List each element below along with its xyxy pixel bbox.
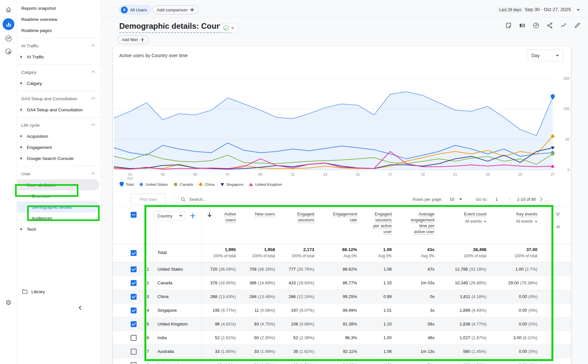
sidebar-divider [17,64,101,65]
report-nav-sidebar: Reports snapshotRealtime overviewRealtim… [17,0,101,364]
sidebar-item-acquisition[interactable]: Acquisition [17,131,101,142]
collapsed-arrow-icon[interactable] [21,146,22,149]
edit-icon[interactable] [573,22,581,29]
sidebar-item-reports-snapshot[interactable]: Reports snapshot [17,3,101,14]
total-label: Total [157,250,167,255]
collapsed-arrow-icon[interactable] [21,228,22,230]
rows-per-page-value[interactable]: 10 [449,197,454,202]
gear-icon[interactable]: ⚙ [0,296,17,309]
chevron-down-icon [231,27,234,29]
search-input[interactable]: Search... [180,197,278,202]
sidebar-item-realtime-pages[interactable]: Realtime pages [17,25,101,36]
metric-filter[interactable]: All events [482,219,537,224]
total-row-checkbox[interactable] [131,250,137,256]
granularity-select[interactable]: Day [527,50,563,61]
legend-item-china[interactable]: China [198,182,215,187]
date-caret-icon[interactable] [577,9,580,11]
report-status-badge[interactable] [219,24,238,33]
insights-icon[interactable] [532,22,540,29]
legend-item-united-kingdom[interactable]: United Kingdom [249,182,282,187]
row-rank: 4 [147,304,149,317]
svg-text:19: 19 [421,172,425,176]
collapsed-arrow-icon[interactable] [21,82,22,85]
collapsed-arrow-icon[interactable] [21,157,22,160]
row-checkbox[interactable] [131,349,137,355]
sidebar-item-engagement[interactable]: Engagement [17,142,101,153]
sidebar-item-ai-traffic[interactable]: AI Traffic [17,51,101,62]
svg-text:Oct: Oct [127,177,133,180]
row-checkbox[interactable] [131,308,137,313]
collapsed-arrow-icon[interactable] [21,55,22,58]
legend-item-united-states[interactable]: United States [139,182,168,187]
row-checkbox[interactable] [131,335,137,341]
sidebar-section-life-cycle[interactable]: Life cycle [17,119,101,131]
home-icon[interactable] [0,3,17,16]
select-all-checkbox[interactable] [131,212,137,218]
sidebar-section-ga4-setup-and-consultation[interactable]: GA4 Setup and Consultation [17,93,101,104]
legend-item-singapore[interactable]: Singapore [220,182,243,187]
legend-triangle-up-marker [249,182,253,187]
explore-icon[interactable] [0,32,17,45]
sidebar-item-user-attributes[interactable]: User attributes [17,179,99,190]
sidebar-item-google-search-console[interactable]: Google Search Console [17,153,101,164]
svg-text:03: 03 [161,172,165,176]
sidebar-item-tech[interactable]: Tech [17,224,101,235]
table-toolbar: Plot rows Search... Rows per page: 10 Go… [113,192,571,206]
row-checkbox[interactable] [131,321,137,327]
share-icon[interactable] [546,22,554,29]
collapsed-arrow-icon[interactable] [21,108,22,111]
sidebar-item-demographic-details[interactable]: Demographic details [17,201,99,213]
all-users-segment-chip[interactable]: A All Users [119,5,151,14]
table-body: 1United States720(36.09%)708(36.16%)777(… [113,262,571,364]
sidebar-item-realtime-overview[interactable]: Realtime overview [17,14,101,25]
sidebar-item-ga4-setup-and-consultation[interactable]: GA4 Setup and Consultation [17,104,101,115]
plot-rows-button[interactable]: Plot rows [131,194,166,205]
sidebar-section-user[interactable]: User [17,168,101,179]
row-checkbox[interactable] [131,362,137,364]
column-header-key-events[interactable]: Key eventsAll events [482,211,537,224]
add-filter-button[interactable]: Add filter [118,35,149,44]
svg-text:21: 21 [453,172,457,176]
add-comparison-label: Add comparison [157,8,188,12]
chevron-up-icon [91,71,95,74]
collapsed-arrow-icon[interactable] [21,135,22,137]
svg-text:50: 50 [565,137,569,141]
row-checkbox[interactable] [131,280,137,286]
collapse-sidebar-icon[interactable] [77,304,84,311]
row-checkbox[interactable] [131,294,137,300]
sidebar-section-ai-traffic[interactable]: AI Traffic [17,40,101,51]
advertising-icon[interactable] [0,45,17,58]
sidebar-item-library[interactable]: Library [17,286,101,297]
add-comparison-button[interactable]: Add comparison [153,5,198,14]
granularity-value: Day [531,53,540,58]
column-header-average-engagement-time-per-active-user[interactable]: Averageengagementtime peractive user [379,211,434,235]
sidebar-section-calgary[interactable]: Calgary [17,67,101,78]
comparison-icon[interactable] [518,22,526,29]
check-circle-icon [223,25,229,31]
legend-item-total[interactable]: Total [119,182,134,187]
next-page-icon[interactable] [538,197,542,201]
app-rail: ⚙ [0,0,17,364]
note-icon[interactable] [505,22,513,29]
row-checkbox[interactable] [131,266,137,272]
sparkline-icon[interactable] [560,22,567,29]
page-title[interactable]: Demographic details: Country [119,22,231,33]
chevron-up-icon [91,124,95,127]
sidebar-item-audiences[interactable]: Audiences [17,213,101,224]
rows-per-page-caret-icon[interactable] [459,198,462,200]
legend-item-canada[interactable]: Canada [173,182,193,187]
column-header-event-count[interactable]: Event countAll events [431,211,486,224]
previous-page-icon[interactable] [509,197,513,201]
expanded-arrow-icon[interactable] [20,184,23,186]
reports-icon[interactable] [0,16,17,32]
date-range-picker[interactable]: Sep 30 - Oct 27, 2025 [525,7,571,12]
folder-icon [22,288,28,295]
legend-diamond-marker [198,182,203,187]
metric-cell: 3.00(8.11%) [475,331,537,344]
sidebar-item-calgary[interactable]: Calgary [17,78,101,89]
svg-text:05: 05 [193,172,197,176]
sidebar-item-overview[interactable]: Overview [17,190,101,201]
add-filter-label: Add filter [122,38,138,42]
metric-filter[interactable]: All events [431,219,486,224]
goto-value[interactable]: 1 [495,197,498,202]
